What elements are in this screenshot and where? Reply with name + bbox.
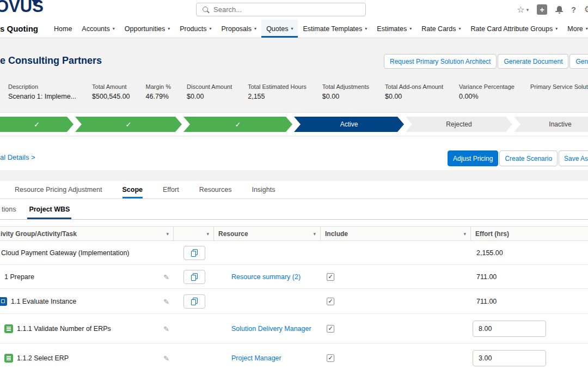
edit-pencil-icon[interactable]: ✎ (163, 324, 169, 333)
field-label: Margin % (146, 83, 171, 90)
field-value: $0.00 (187, 93, 232, 100)
header-utility-icons: ☆ ▾ + ? ⚙ (517, 4, 588, 15)
nav-item-label: More (567, 25, 583, 33)
setup-gear-icon[interactable]: ⚙ (584, 4, 588, 15)
nav-item-rate-cards[interactable]: Rate Cards▾ (416, 20, 465, 38)
field-label: Discount Amount (187, 83, 232, 90)
chevron-down-icon: ▾ (458, 26, 461, 31)
subtab-tions[interactable]: tions (0, 199, 17, 219)
field-label: Total Estimated Hours (248, 83, 307, 90)
copy-icon (191, 273, 198, 281)
nav-item-label: Estimates (377, 25, 407, 33)
nav-item-home[interactable]: Home (49, 20, 77, 38)
clone-row-button[interactable] (183, 270, 205, 284)
nav-item-estimates[interactable]: Estimates▾ (372, 20, 416, 38)
chevron-down-icon[interactable]: ▾ (313, 231, 316, 237)
edit-pencil-icon[interactable]: ✎ (163, 354, 169, 362)
search-input[interactable] (213, 5, 360, 14)
field-total-estimated-hours: Total Estimated Hours2,155 (248, 83, 307, 100)
resource-link[interactable]: Solution Delivery Manager (231, 325, 311, 333)
record-header: e Consulting Partners Request Primary So… (0, 38, 588, 112)
effort-input[interactable] (473, 321, 546, 337)
nav-item-opportunities[interactable]: Opportunities▾ (120, 20, 175, 38)
provus-logo-mark-icon (32, 0, 40, 5)
help-icon[interactable]: ? (571, 5, 576, 14)
tab-scope[interactable]: Scope (122, 181, 143, 198)
column-label: Resource (218, 230, 248, 238)
check-icon: ✓ (328, 325, 333, 331)
subtab-project-wbs[interactable]: Project WBS (27, 199, 71, 219)
path-stage-2-complete[interactable]: ✓ (75, 117, 182, 132)
edit-pencil-icon[interactable]: ✎ (163, 273, 169, 281)
create-scenario-button[interactable]: Create Scenario (499, 150, 558, 166)
chevron-down-icon[interactable]: ▾ (166, 231, 169, 237)
field-total-amount: Total Amount$500,545.00 (92, 83, 130, 100)
chevron-down-icon: ▾ (409, 26, 412, 31)
copy-icon (191, 249, 198, 257)
effort-value: 711.00 (476, 298, 497, 305)
status-path: ✓ ✓ ✓ Active Rejected Inactive (0, 117, 588, 132)
nav-item-estimate-templates[interactable]: Estimate Templates▾ (298, 20, 372, 38)
field-value: 0.00% (459, 93, 514, 100)
notifications-bell-icon[interactable] (555, 5, 563, 14)
additional-details-link[interactable]: al Details > (0, 153, 35, 161)
effort-input[interactable] (473, 350, 546, 366)
nav-item-label: Accounts (82, 25, 109, 33)
chevron-down-icon: ▾ (365, 26, 367, 31)
tab-effort[interactable]: Effort (163, 181, 179, 198)
path-stage-1-complete[interactable]: ✓ (0, 117, 74, 132)
nav-item-rate-card-attribute-groups[interactable]: Rate Card Attribute Groups▾ (465, 20, 562, 38)
favorites-control[interactable]: ☆ ▾ (517, 4, 529, 15)
path-stage-label: Rejected (446, 120, 471, 128)
nav-item-more[interactable]: More▾ (562, 20, 588, 38)
global-search[interactable] (196, 3, 366, 16)
include-checkbox[interactable]: ✓ (327, 298, 334, 305)
generate-document-button[interactable]: Generate Document (498, 54, 568, 69)
include-checkbox[interactable]: ✓ (327, 354, 334, 362)
field-label: Total Add-ons Amount (385, 83, 443, 90)
wbs-table-header: ivity Group/Activity/Task▾ ▾ Resource▾ I… (0, 226, 588, 241)
path-stage-label: Active (340, 120, 358, 128)
path-stage-inactive[interactable]: Inactive (514, 117, 588, 132)
clone-row-button[interactable] (183, 246, 205, 260)
chevron-down-icon[interactable]: ▾ (463, 231, 466, 237)
column-header-effort-hrs: Effort (hrs) (471, 227, 588, 240)
path-stage-rejected[interactable]: Rejected (406, 117, 512, 132)
nav-item-label: Rate Cards (421, 25, 456, 33)
save-as-template-button[interactable]: Save As Te (559, 150, 588, 166)
record-highlight-fields: DescriptionScenario 1: Impleme... Total … (8, 83, 588, 100)
chevron-down-icon[interactable]: ▾ (206, 231, 209, 237)
nav-item-label: Estimate Templates (303, 25, 362, 33)
resource-link[interactable]: Project Manager (231, 354, 281, 362)
task-icon (4, 324, 13, 333)
global-actions-icon[interactable]: + (537, 4, 547, 15)
field-label: Total Amount (92, 83, 130, 90)
check-icon: ✓ (34, 120, 40, 129)
chevron-down-icon: ▾ (113, 26, 115, 31)
path-stage-3-complete[interactable]: ✓ (183, 117, 292, 132)
page-title: e Consulting Partners (0, 55, 102, 67)
request-primary-solution-architect-button[interactable]: Request Primary Solution Architect (384, 54, 497, 69)
nav-item-products[interactable]: Products▾ (175, 20, 216, 38)
column-header-activity-group: ivity Group/Activity/Task▾ (0, 227, 174, 240)
resource-summary-link[interactable]: Resource summary (2) (231, 273, 301, 281)
tab-resource-pricing-adjustment[interactable]: Resource Pricing Adjustment (15, 181, 102, 198)
include-checkbox[interactable]: ✓ (327, 325, 334, 333)
nav-item-proposals[interactable]: Proposals▾ (217, 20, 262, 38)
tab-resources[interactable]: Resources (199, 181, 232, 198)
nav-item-accounts[interactable]: Accounts▾ (77, 20, 119, 38)
tab-bar: Resource Pricing Adjustment Scope Effort… (0, 181, 588, 199)
adjust-pricing-button[interactable]: Adjust Pricing (448, 150, 498, 166)
clone-row-button[interactable] (183, 294, 205, 309)
tab-insights[interactable]: Insights (252, 181, 275, 198)
generate-button[interactable]: Generate (569, 54, 588, 69)
section-divider (0, 170, 588, 181)
path-stage-active[interactable]: Active (294, 117, 404, 132)
column-label: ivity Group/Activity/Task (1, 230, 77, 238)
edit-pencil-icon[interactable]: ✎ (163, 297, 169, 305)
scenario-actions: Adjust Pricing Create Scenario Save As T… (448, 150, 588, 166)
nav-item-quotes[interactable]: Quotes▾ (261, 20, 298, 38)
table-row: Cloud Payment Gateway (Implementation) 2… (0, 241, 588, 265)
include-checkbox[interactable]: ✓ (327, 273, 334, 281)
field-value: 2,155 (248, 93, 307, 100)
